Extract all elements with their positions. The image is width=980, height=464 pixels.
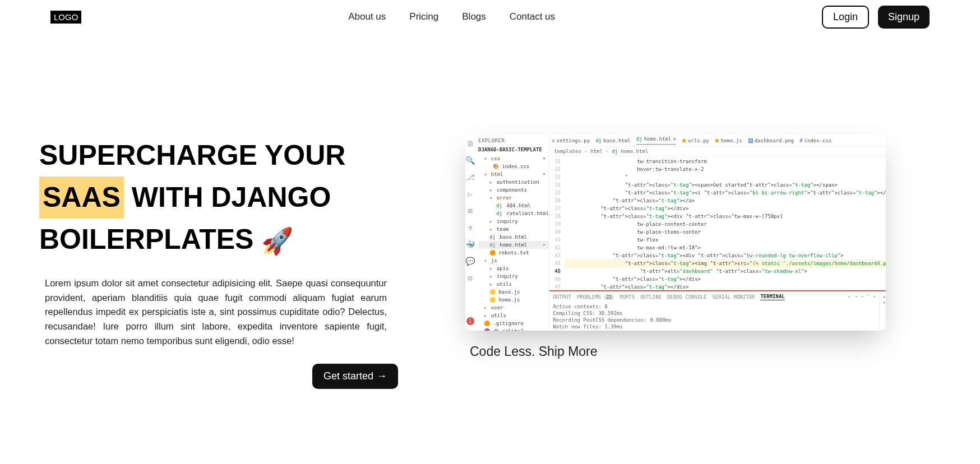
signup-button[interactable]: Signup <box>878 6 930 29</box>
tab[interactable]: #index.css <box>799 138 831 143</box>
tree-file[interactable]: 🟠 .gitignore <box>478 319 549 327</box>
tree-folder-error[interactable]: ▾ error <box>478 194 549 202</box>
tree-folder[interactable]: ▸ inquiry <box>478 217 549 225</box>
nav-link-about[interactable]: About us <box>348 11 386 22</box>
files-icon: 🗎 <box>466 139 474 148</box>
panel-tabs: OUTPUT PROBLEMS 21 PORTS OUTLINE DEBUG C… <box>549 291 879 302</box>
get-started-button[interactable]: Get started → <box>312 364 398 389</box>
term-proc[interactable]: python <box>883 294 886 299</box>
nav-link-pricing[interactable]: Pricing <box>409 11 438 22</box>
tree-file[interactable]: 🟣 db.sqlite3 <box>478 327 549 331</box>
hero-image-wrap: 🗎 🔍 ⎇ ▷ ⊞ ⚗ 🐳 💬 ⚙ 1 EXPLORER DJANGO-BASI… <box>465 134 941 389</box>
tree-folder[interactable]: ▸ user <box>478 304 549 312</box>
close-icon[interactable]: × <box>673 136 676 142</box>
hero: SUPERCHARGE YOUR SAAS WITH DJANGO BOILER… <box>0 34 980 389</box>
panel-tab[interactable]: OUTPUT <box>553 294 571 300</box>
tree-folder[interactable]: ▸ components <box>478 186 549 194</box>
tree-file[interactable]: 🎨 index.css <box>478 163 549 170</box>
tree-file[interactable]: 🟡 base.js <box>478 288 549 296</box>
panel-tab[interactable]: PROBLEMS 21 <box>577 294 614 300</box>
tree-file[interactable]: dj base.html <box>478 233 549 241</box>
tab[interactable]: djbase.html <box>595 138 631 143</box>
nav-link-contact[interactable]: Contact us <box>510 11 555 22</box>
extensions-icon: ⊞ <box>468 206 472 215</box>
panel-tab-terminal[interactable]: TERMINAL <box>760 294 784 300</box>
tree-folder[interactable]: ▸ team <box>478 225 549 233</box>
notif-badge: 1 <box>466 317 474 325</box>
tree-folder-js[interactable]: ▾ js <box>478 257 549 265</box>
tree-file[interactable]: 🟠 robots.txt <box>478 249 549 257</box>
tree-folder-html[interactable]: ▾ html • <box>478 170 549 178</box>
line-gutter: 3132333435363738394041424344454647484950 <box>549 156 564 290</box>
editor-area: ⚙settings.py djbase.html djhome.html × ⬢… <box>549 134 886 331</box>
terminal-output: Active contexts: 0Compiling CSS: 30.592m… <box>549 302 879 331</box>
panel-toolbar[interactable]: ＋ ▾ ⋯ ^ × <box>847 293 876 300</box>
tree-folder-css[interactable]: ▾ css • <box>478 155 549 163</box>
tree-file[interactable]: dj 404.html <box>478 202 549 210</box>
tab[interactable]: ⬢home.js <box>715 138 742 143</box>
tree-folder[interactable]: ▸ utils <box>478 280 549 288</box>
run-debug-icon: ▷ <box>468 189 472 198</box>
code-body[interactable]: tw-transition-transform hover:tw-transla… <box>564 156 886 290</box>
terminal-side: python python <box>879 291 886 331</box>
card-caption: Code Less. Ship More <box>470 344 941 359</box>
activity-bar: 🗎 🔍 ⎇ ▷ ⊞ ⚗ 🐳 💬 ⚙ 1 <box>465 134 475 331</box>
panel-tab[interactable]: PORTS <box>620 294 635 300</box>
arrow-right-icon: → <box>377 370 387 382</box>
code-wrap: 3132333435363738394041424344454647484950… <box>549 156 886 290</box>
title-line3: BOILERPLATES <box>39 224 261 255</box>
tree-folder[interactable]: ▸ utils <box>478 312 549 319</box>
test-icon: ⚗ <box>468 223 472 232</box>
nav-link-blogs[interactable]: Blogs <box>462 11 486 22</box>
explorer-panel: EXPLORER DJANGO-BASIC-TEMPLATE ▾ css • 🎨… <box>475 134 549 331</box>
tree-file[interactable]: dj ratelimit.html <box>478 210 549 217</box>
term-proc[interactable]: python <box>883 299 886 305</box>
tree-folder[interactable]: ▸ inquiry <box>478 272 549 280</box>
panel-tab[interactable]: SERIAL MONITOR <box>713 294 755 300</box>
rocket-icon: 🚀 <box>261 226 293 256</box>
hero-title: SUPERCHARGE YOUR SAAS WITH DJANGO BOILER… <box>39 134 432 261</box>
tab[interactable]: 🖼dashboard.png <box>748 138 794 143</box>
breadcrumb: templates › html › dj home.html <box>549 147 886 156</box>
editor-tabs: ⚙settings.py djbase.html djhome.html × ⬢… <box>549 134 886 147</box>
code-editor-screenshot: 🗎 🔍 ⎇ ▷ ⊞ ⚗ 🐳 💬 ⚙ 1 EXPLORER DJANGO-BASI… <box>465 134 886 331</box>
tab[interactable]: ⚙settings.py <box>552 138 590 143</box>
project-name: DJANGO-BASIC-TEMPLATE <box>475 147 549 152</box>
title-highlight: SAAS <box>39 177 124 219</box>
get-started-label: Get started <box>323 370 373 382</box>
source-icon: ⎇ <box>466 173 475 182</box>
hero-description: Lorem ipsum dolor sit amet consectetur a… <box>39 276 392 348</box>
title-line1: SUPERCHARGE YOUR <box>39 140 345 171</box>
tree-file-current[interactable]: dj home.html • <box>478 241 549 249</box>
tree-folder[interactable]: ▸ apis <box>478 265 549 272</box>
tree-folder[interactable]: ▸ authentication <box>478 178 549 186</box>
nav-links: About us Pricing Blogs Contact us <box>81 11 822 22</box>
settings-icon: ⚙ <box>468 273 472 282</box>
chat-icon: 💬 <box>465 257 475 266</box>
title-line2b: WITH DJANGO <box>132 182 331 213</box>
login-button[interactable]: Login <box>822 6 869 29</box>
navbar: LOGO About us Pricing Blogs Contact us L… <box>0 0 980 34</box>
explorer-title: EXPLORER <box>475 138 549 143</box>
tree-file[interactable]: 🟡 home.js <box>478 296 549 304</box>
tab[interactable]: ⬢urls.py <box>682 138 709 143</box>
bottom-panel: OUTPUT PROBLEMS 21 PORTS OUTLINE DEBUG C… <box>549 290 886 331</box>
panel-tab[interactable]: OUTLINE <box>640 294 662 300</box>
hero-text: SUPERCHARGE YOUR SAAS WITH DJANGO BOILER… <box>39 134 432 389</box>
file-tree: ▾ css • 🎨 index.css ▾ html • ▸ authentic… <box>475 155 549 331</box>
panel-tab[interactable]: DEBUG CONSOLE <box>667 294 706 300</box>
tab-active[interactable]: djhome.html × <box>636 136 676 145</box>
search-icon: 🔍 <box>465 156 475 165</box>
docker-icon: 🐳 <box>465 240 475 249</box>
logo: LOGO <box>50 11 81 24</box>
